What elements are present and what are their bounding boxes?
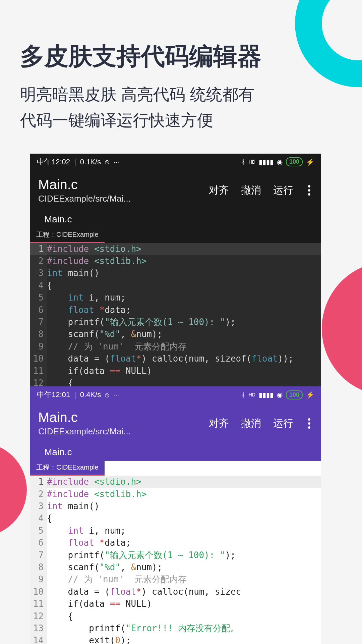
phone-light-theme: 中午12:01 | 0.4K/s ⦸ ⋯ ᚼ HD ▮▮▮▮ ◉ 100 ⚡ M… bbox=[30, 386, 321, 644]
signal-icon: ▮▮▮▮ bbox=[259, 158, 274, 166]
line-number: 2 bbox=[30, 488, 47, 500]
run-button[interactable]: 运行 bbox=[273, 417, 293, 430]
status-time: 中午12:02 bbox=[37, 157, 70, 167]
code-line[interactable]: 1#include <stdio.h> bbox=[30, 476, 321, 488]
code-content[interactable]: scanf("%d", &num); bbox=[47, 328, 162, 340]
line-number: 3 bbox=[30, 500, 47, 512]
code-line[interactable]: 8 scanf("%d", &num); bbox=[30, 561, 321, 573]
code-content[interactable]: data = (float*) calloc(num, sizec bbox=[47, 586, 241, 598]
code-line[interactable]: 7 printf("输入元素个数(1 ~ 100): "); bbox=[30, 316, 321, 328]
undo-button[interactable]: 撤消 bbox=[241, 417, 261, 430]
line-number: 12 bbox=[30, 610, 47, 622]
code-line[interactable]: 9 // 为 'num' 元素分配内存 bbox=[30, 340, 321, 353]
code-content[interactable]: float *data; bbox=[47, 537, 131, 549]
app-toolbar: Main.c CIDEExample/src/Mai... 对齐 撤消 运行 bbox=[30, 403, 321, 443]
code-content[interactable]: // 为 'num' 元素分配内存 bbox=[47, 573, 187, 585]
status-divider: | bbox=[74, 158, 76, 166]
line-number: 5 bbox=[30, 525, 47, 537]
toolbar-path: CIDEExample/src/Mai... bbox=[38, 426, 159, 437]
code-content[interactable]: #include <stdlib.h> bbox=[47, 255, 146, 267]
code-content[interactable]: printf("输入元素个数(1 ~ 100): "); bbox=[47, 316, 236, 328]
tab-main-c[interactable]: Main.c bbox=[38, 443, 78, 461]
battery-indicator: 100 bbox=[286, 390, 303, 399]
code-line[interactable]: 3int main() bbox=[30, 500, 321, 512]
code-content[interactable]: if(data == NULL) bbox=[47, 365, 152, 377]
overflow-menu-button[interactable] bbox=[305, 185, 313, 196]
project-label: 工程： bbox=[36, 230, 56, 239]
wifi-icon: ◉ bbox=[277, 391, 283, 399]
align-button[interactable]: 对齐 bbox=[209, 183, 229, 197]
code-line[interactable]: 5 int i, num; bbox=[30, 525, 321, 537]
code-content[interactable]: { bbox=[47, 279, 52, 291]
marketing-title: 多皮肤支持代码编辑器 bbox=[20, 40, 342, 72]
line-number: 9 bbox=[30, 573, 47, 585]
align-button[interactable]: 对齐 bbox=[209, 417, 229, 430]
code-content[interactable]: #include <stdio.h> bbox=[47, 243, 141, 255]
status-speed: 0.1K/s bbox=[80, 158, 101, 166]
code-line[interactable]: 5 int i, num; bbox=[30, 291, 321, 304]
code-line[interactable]: 2#include <stdlib.h> bbox=[30, 488, 321, 500]
overflow-menu-button[interactable] bbox=[305, 418, 313, 429]
code-content[interactable]: if(data == NULL) bbox=[47, 598, 152, 610]
code-content[interactable]: #include <stdio.h> bbox=[47, 476, 141, 488]
toolbar-filename: Main.c bbox=[38, 410, 209, 425]
code-line[interactable]: 11 if(data == NULL) bbox=[30, 598, 321, 610]
app-toolbar: Main.c CIDEExample/src/Mai... 对齐 撤消 运行 bbox=[30, 170, 321, 211]
code-line[interactable]: 7 printf("输入元素个数(1 ~ 100): "); bbox=[30, 549, 321, 561]
code-line[interactable]: 6 float *data; bbox=[30, 537, 321, 549]
status-bar: 中午12:01 | 0.4K/s ⦸ ⋯ ᚼ HD ▮▮▮▮ ◉ 100 ⚡ bbox=[30, 386, 321, 403]
code-line[interactable]: 9 // 为 'num' 元素分配内存 bbox=[30, 573, 321, 585]
code-line[interactable]: 6 float *data; bbox=[30, 304, 321, 316]
code-line[interactable]: 13 printf("Error!!! 内存没有分配。 bbox=[30, 622, 321, 634]
status-speed: 0.4K/s bbox=[80, 390, 101, 399]
undo-button[interactable]: 撤消 bbox=[241, 183, 261, 197]
code-content[interactable]: // 为 'num' 元素分配内存 bbox=[47, 340, 187, 353]
code-content[interactable]: scanf("%d", &num); bbox=[47, 561, 162, 573]
code-content[interactable]: { bbox=[47, 610, 73, 622]
line-number: 10 bbox=[30, 353, 47, 365]
code-line[interactable]: 3int main() bbox=[30, 267, 321, 279]
code-line[interactable]: 10 data = (float*) calloc(num, sizec bbox=[30, 586, 321, 598]
code-line[interactable]: 8 scanf("%d", &num); bbox=[30, 328, 321, 340]
tab-bar: Main.c bbox=[30, 211, 321, 228]
code-content[interactable]: printf("Error!!! 内存没有分配。 bbox=[47, 622, 239, 634]
code-content[interactable]: int i, num; bbox=[47, 525, 126, 537]
line-number: 6 bbox=[30, 537, 47, 549]
project-name: CIDEExample bbox=[56, 231, 99, 238]
more-status-icon: ⋯ bbox=[113, 158, 120, 166]
line-number: 13 bbox=[30, 622, 47, 634]
run-button[interactable]: 运行 bbox=[273, 183, 293, 197]
code-content[interactable]: data = (float*) calloc(num, sizeof(float… bbox=[47, 353, 294, 365]
project-indicator[interactable]: 工程：CIDEExample bbox=[30, 228, 105, 243]
code-line[interactable]: 10 data = (float*) calloc(num, sizeof(fl… bbox=[30, 353, 321, 365]
project-label: 工程： bbox=[36, 463, 56, 472]
line-number: 5 bbox=[30, 291, 47, 304]
hd-icon: HD bbox=[249, 392, 255, 397]
wifi-icon: ◉ bbox=[277, 158, 283, 166]
code-content[interactable]: { bbox=[47, 512, 52, 524]
code-line[interactable]: 1#include <stdio.h> bbox=[30, 243, 321, 255]
project-indicator[interactable]: 工程：CIDEExample bbox=[30, 461, 105, 476]
code-line[interactable]: 2#include <stdlib.h> bbox=[30, 255, 321, 267]
code-editor-dark[interactable]: 1#include <stdio.h>2#include <stdlib.h>3… bbox=[30, 243, 321, 389]
code-editor-light[interactable]: 1#include <stdio.h>2#include <stdlib.h>3… bbox=[30, 476, 321, 644]
tab-main-c[interactable]: Main.c bbox=[38, 211, 78, 228]
code-line[interactable]: 4{ bbox=[30, 279, 321, 291]
toolbar-filename: Main.c bbox=[38, 177, 209, 192]
code-content[interactable]: int main() bbox=[47, 267, 100, 279]
code-line[interactable]: 4{ bbox=[30, 512, 321, 524]
code-content[interactable]: printf("输入元素个数(1 ~ 100): "); bbox=[47, 549, 236, 561]
line-number: 1 bbox=[30, 243, 47, 255]
code-content[interactable]: #include <stdlib.h> bbox=[47, 488, 146, 500]
code-line[interactable]: 11 if(data == NULL) bbox=[30, 365, 321, 377]
line-number: 3 bbox=[30, 267, 47, 279]
code-content[interactable]: int main() bbox=[47, 500, 100, 512]
code-content[interactable]: exit(0); bbox=[47, 634, 131, 644]
hd-icon: HD bbox=[249, 159, 255, 165]
line-number: 1 bbox=[30, 476, 47, 488]
code-content[interactable]: int i, num; bbox=[47, 291, 126, 304]
line-number: 11 bbox=[30, 365, 47, 377]
code-line[interactable]: 14 exit(0); bbox=[30, 634, 321, 644]
code-line[interactable]: 12 { bbox=[30, 610, 321, 622]
code-content[interactable]: float *data; bbox=[47, 304, 131, 316]
